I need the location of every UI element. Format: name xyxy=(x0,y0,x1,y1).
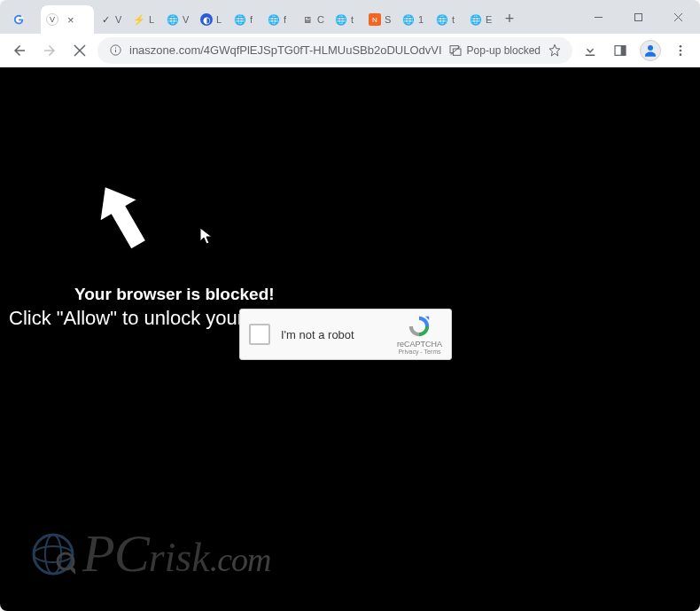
tab-7[interactable]: 🌐 f xyxy=(262,5,296,34)
svg-point-15 xyxy=(648,45,653,51)
tab-title: L xyxy=(149,14,154,25)
avatar-icon xyxy=(640,40,661,61)
tab-1-active[interactable]: V × xyxy=(41,5,94,34)
arrow-graphic xyxy=(84,174,164,270)
recaptcha-badge: reCAPTCHA Privacy - Terms xyxy=(397,314,442,355)
svg-line-24 xyxy=(71,568,75,574)
toolbar: inaszone.com/4GWqfPlEJSpTG0fT-HLMUuSBb2o… xyxy=(0,34,700,67)
check-icon: ✓ xyxy=(99,13,112,26)
bookmark-icon[interactable] xyxy=(548,43,562,58)
close-icon[interactable]: × xyxy=(67,13,74,27)
svg-point-22 xyxy=(45,535,61,574)
tab-title: t xyxy=(351,14,354,25)
recaptcha-label: I'm not a robot xyxy=(281,328,397,341)
watermark-com: .com xyxy=(210,540,271,579)
svg-point-18 xyxy=(680,53,682,56)
tab-8[interactable]: 🖥 C xyxy=(296,5,330,34)
recaptcha-icon xyxy=(407,314,432,339)
popup-blocked-label: Pop-up blocked xyxy=(467,44,541,57)
globe-icon: 🌐 xyxy=(167,13,179,26)
tab-2[interactable]: ✓ V xyxy=(94,5,128,34)
monitor-icon: 🖥 xyxy=(301,13,314,26)
globe-icon: 🌐 xyxy=(402,13,415,26)
tab-title: E xyxy=(486,14,492,25)
tab-9[interactable]: 🌐 t xyxy=(330,5,363,34)
globe-icon: 🌐 xyxy=(436,13,448,26)
heading-text: Your browser is blocked! xyxy=(74,285,275,304)
tab-title: t xyxy=(452,14,455,25)
tab-10[interactable]: N S xyxy=(363,5,397,34)
tab-11[interactable]: 🌐 1 xyxy=(397,5,431,34)
tab-title: V xyxy=(115,14,121,25)
address-bar[interactable]: inaszone.com/4GWqfPlEJSpTG0fT-HLMUuSBb2o… xyxy=(97,37,572,64)
watermark-globe-icon xyxy=(31,532,75,576)
bolt-icon: ⚡ xyxy=(133,13,145,26)
page-content: Your browser is blocked! Click "Allow" t… xyxy=(0,67,700,611)
side-panel-button[interactable] xyxy=(608,38,633,63)
svg-rect-14 xyxy=(621,45,626,55)
watermark-pc: PC xyxy=(82,523,149,584)
watermark-risk: risk xyxy=(149,534,210,581)
popup-blocked-indicator[interactable]: Pop-up blocked xyxy=(448,43,541,58)
page-icon: V xyxy=(46,13,58,26)
ns-icon: N xyxy=(369,13,381,26)
tab-title: S xyxy=(385,14,391,25)
tab-title: V xyxy=(183,14,189,25)
recaptcha-brand: reCAPTCHA xyxy=(397,340,442,349)
forward-button[interactable] xyxy=(37,38,62,63)
window-controls xyxy=(579,0,700,34)
globe-icon: 🌐 xyxy=(234,13,246,26)
tab-title: f xyxy=(250,14,253,25)
close-button[interactable] xyxy=(658,4,698,30)
tab-4[interactable]: 🌐 V xyxy=(161,5,195,34)
popup-blocked-icon xyxy=(448,43,463,58)
tab-12[interactable]: 🌐 t xyxy=(431,5,464,34)
site-info-icon[interactable] xyxy=(108,43,122,58)
maximize-button[interactable] xyxy=(618,4,658,30)
tab-title: 1 xyxy=(418,14,424,25)
back-button[interactable] xyxy=(7,38,32,63)
titlebar: V × ✓ V ⚡ L 🌐 V ◐ L 🌐 f xyxy=(0,0,700,34)
tab-strip: V × ✓ V ⚡ L 🌐 V ◐ L 🌐 f xyxy=(0,0,579,34)
recaptcha-widget: I'm not a robot reCAPTCHA Privacy - Term… xyxy=(239,309,452,360)
mouse-cursor-icon xyxy=(199,227,214,250)
minimize-button[interactable] xyxy=(579,4,618,30)
svg-rect-2 xyxy=(635,13,642,20)
tab-6[interactable]: 🌐 f xyxy=(229,5,262,34)
tab-5[interactable]: ◐ L xyxy=(195,5,229,34)
google-icon xyxy=(12,13,25,26)
globe-icon: 🌐 xyxy=(335,13,347,26)
tab-title: f xyxy=(284,14,286,25)
svg-point-17 xyxy=(680,49,682,51)
globe-icon: 🌐 xyxy=(268,13,280,26)
tab-title: C xyxy=(317,14,324,25)
watermark: PCrisk.com xyxy=(31,523,270,584)
recaptcha-checkbox[interactable] xyxy=(249,324,270,345)
recaptcha-links[interactable]: Privacy - Terms xyxy=(398,349,440,355)
tab-13[interactable]: 🌐 E xyxy=(464,5,498,34)
watermark-text: PCrisk.com xyxy=(82,523,270,584)
browser-window: V × ✓ V ⚡ L 🌐 V ◐ L 🌐 f xyxy=(0,0,700,611)
globe-icon: 🌐 xyxy=(470,13,482,26)
svg-point-16 xyxy=(680,45,682,48)
tab-title: L xyxy=(216,14,222,25)
url-text: inaszone.com/4GWqfPlEJSpTG0fT-HLMUuSBb2o… xyxy=(129,43,441,57)
downloads-button[interactable] xyxy=(578,38,603,63)
new-tab-button[interactable]: + xyxy=(498,7,521,30)
profile-button[interactable] xyxy=(638,38,663,63)
svg-point-8 xyxy=(114,47,115,48)
tab-3[interactable]: ⚡ L xyxy=(128,5,161,34)
menu-button[interactable] xyxy=(668,38,693,63)
tab-0[interactable] xyxy=(7,5,41,34)
stop-button[interactable] xyxy=(67,38,92,63)
dot-icon: ◐ xyxy=(200,13,213,26)
